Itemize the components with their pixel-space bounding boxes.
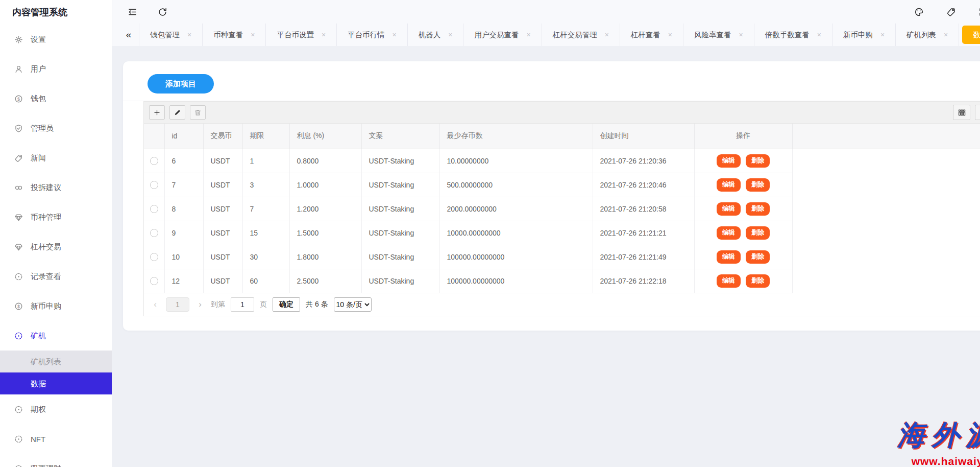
edit-button[interactable]: 编辑 [717,202,741,216]
row-select-cell [144,197,164,221]
delete-button[interactable]: 删除 [746,154,770,168]
tab-倍数手数查看[interactable]: 倍数手数查看× [754,24,832,46]
tab-close-icon[interactable]: × [944,31,948,39]
tab-钱包管理[interactable]: 钱包管理× [139,24,203,46]
sidebar-item-钱包[interactable]: $钱包 [0,84,112,113]
tab-杠杆查看[interactable]: 杠杆查看× [620,24,683,46]
tab-close-icon[interactable]: × [817,31,821,39]
submenu-item-数据[interactable]: 数据 [0,372,112,394]
sidebar-item-记录查看[interactable]: 记录查看 [0,262,112,291]
delete-button[interactable]: 删除 [746,274,770,288]
delete-button[interactable]: 删除 [746,226,770,240]
tab-close-icon[interactable]: × [880,31,885,39]
edit-button[interactable]: 编辑 [717,154,741,168]
tab-close-icon[interactable]: × [668,31,672,39]
tab-机器人[interactable]: 机器人× [408,24,464,46]
table-cell: 2021-07-26 21:21:49 [593,245,694,269]
sidebar-item-新币申购[interactable]: $新币申购 [0,291,112,321]
tab-label: 风险率查看 [694,30,731,40]
tag-icon[interactable] [946,7,956,17]
edit-button[interactable]: 编辑 [717,274,741,288]
sidebar-submenu: 矿机列表数据 [0,351,112,394]
sidebar-item-设置[interactable]: 设置 [0,25,112,54]
sidebar-item-投拆建议[interactable]: 投拆建议 [0,173,112,202]
tab-close-icon[interactable]: × [526,31,530,39]
table-cell: 8 [164,197,203,221]
delete-button[interactable]: 删除 [746,178,770,192]
tab-杠杆交易管理[interactable]: 杠杆交易管理× [542,24,620,46]
row-radio[interactable] [150,181,158,189]
row-filler [792,245,980,269]
sidebar-item-管理员[interactable]: 管理员 [0,113,112,143]
table-header-row: id交易币期限利息 (%)文案最少存币数创建时间操作 [144,124,980,149]
gear-icon [14,35,23,44]
tab-close-icon[interactable]: × [393,31,397,39]
page-input[interactable] [231,297,254,312]
circle-icon [14,435,23,443]
row-radio[interactable] [150,229,158,237]
row-radio[interactable] [150,205,158,213]
page-next-icon[interactable]: › [195,299,205,310]
row-radio[interactable] [150,277,158,285]
edit-button[interactable]: 编辑 [717,250,741,264]
table-cell: 2.5000 [289,269,361,293]
header-select-col [144,124,164,149]
tab-close-icon[interactable]: × [322,31,326,39]
column-header-文案: 文案 [361,124,439,149]
sidebar-item-新闻[interactable]: 新闻 [0,143,112,173]
edit-button[interactable]: 编辑 [717,226,741,240]
sidebar-item-矿机[interactable]: 矿机 [0,321,112,351]
delete-button[interactable]: 删除 [746,202,770,216]
add-item-button[interactable]: 添加项目 [148,74,214,94]
sidebar-item-双币理财[interactable]: 双币理财 [0,454,112,467]
page-number-button[interactable]: 1 [166,297,189,312]
grid-edit-icon[interactable] [169,105,185,120]
sidebar-item-用户[interactable]: 用户 [0,54,112,84]
row-filler [792,197,980,221]
collapse-sidebar-icon[interactable] [128,7,137,17]
tab-币种查看[interactable]: 币种查看× [203,24,266,46]
sidebar-item-期权[interactable]: 期权 [0,394,112,424]
row-radio[interactable] [150,253,158,261]
tab-close-icon[interactable]: × [187,31,191,39]
grid-export-icon[interactable] [975,105,980,120]
tab-close-icon[interactable]: × [448,31,452,39]
sidebar-item-杠杆交易[interactable]: 杠杆交易 [0,232,112,262]
delete-button[interactable]: 删除 [746,250,770,264]
column-header-利息 (%): 利息 (%) [289,124,361,149]
tab-风险率查看[interactable]: 风险率查看× [683,24,754,46]
tabs-scroll-left[interactable]: « [118,29,139,40]
grid-add-icon[interactable] [149,105,165,120]
tab-close-icon[interactable]: × [605,31,609,39]
tab-矿机列表[interactable]: 矿机列表× [896,24,959,46]
data-grid: id交易币期限利息 (%)文案最少存币数创建时间操作 6USDT10.8000U… [143,101,980,316]
table-cell: USDT [203,197,242,221]
per-page-select[interactable]: 10 条/页 [334,297,372,312]
grid-delete-icon[interactable] [190,105,206,120]
sidebar-item-币种管理[interactable]: 币种管理 [0,202,112,232]
coin-icon: $ [14,95,23,103]
tab-新币申购[interactable]: 新币申购× [832,24,896,46]
sidebar-item-NFT[interactable]: NFT [0,424,112,454]
tab-数据[interactable]: 数据× [962,26,980,44]
row-radio[interactable] [150,157,158,165]
sidebar-item-label: 记录查看 [31,272,61,282]
sidebar-item-label: NFT [31,435,45,443]
tab-close-icon[interactable]: × [739,31,743,39]
confirm-button[interactable]: 确定 [273,297,300,312]
tab-平台币设置[interactable]: 平台币设置× [266,24,337,46]
submenu-item-矿机列表[interactable]: 矿机列表 [0,351,112,372]
tab-close-icon[interactable]: × [251,31,255,39]
tab-label: 杠杆交易管理 [553,30,597,40]
tab-用户交易查看[interactable]: 用户交易查看× [463,24,542,46]
sidebar-item-label: 期权 [31,405,46,414]
refresh-icon[interactable] [158,7,167,17]
edit-button[interactable]: 编辑 [717,178,741,192]
row-filler [792,149,980,173]
coin-icon: $ [14,302,23,311]
tab-平台币行情[interactable]: 平台币行情× [337,24,408,46]
page-prev-icon[interactable]: ‹ [150,299,160,310]
theme-palette-icon[interactable] [914,7,924,17]
grid-columns-icon[interactable] [953,105,970,120]
content-area: 添加项目 [112,46,980,467]
